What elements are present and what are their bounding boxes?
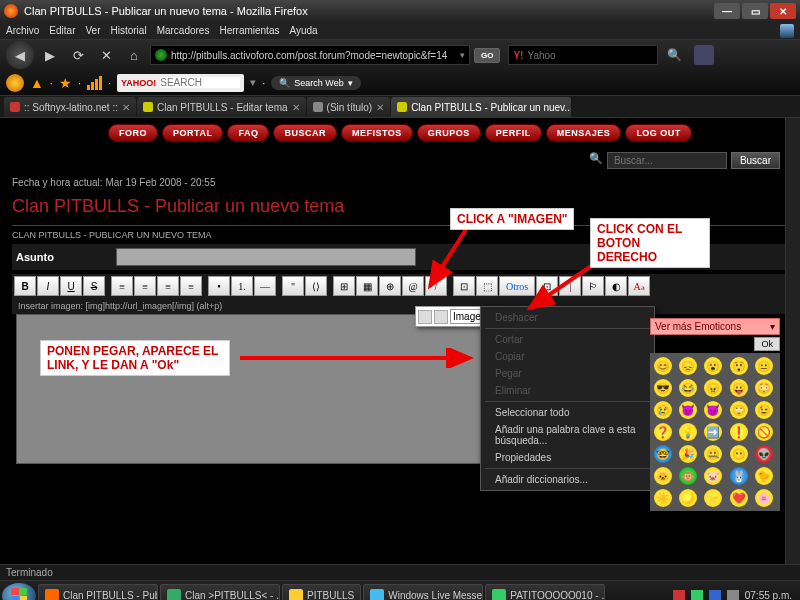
emo-sun[interactable]: ☀️ (654, 489, 672, 507)
forward-button[interactable]: ▶ (38, 43, 62, 67)
emo-moon[interactable]: 🌙 (679, 489, 697, 507)
close-icon[interactable]: ✕ (376, 102, 384, 113)
ext3-button[interactable]: ◐ (605, 276, 627, 296)
emo-lol[interactable]: 😂 (679, 379, 697, 397)
go-button[interactable]: GO (474, 48, 500, 63)
emo-twisted[interactable]: 👿 (704, 401, 722, 419)
tray-icon[interactable] (691, 590, 703, 601)
emo-q[interactable]: ❓ (654, 423, 672, 441)
image-button[interactable]: ▦ (356, 276, 378, 296)
emo-geek[interactable]: 🤓 (654, 445, 672, 463)
link-button[interactable]: ⊕ (379, 276, 401, 296)
tab-sintitulo[interactable]: (Sin título)✕ (307, 97, 391, 117)
popup-icon1[interactable] (418, 310, 432, 324)
home-button[interactable]: ⌂ (122, 43, 146, 67)
nav-mefistos[interactable]: Mefistos (341, 124, 413, 142)
ctx-copiar[interactable]: Copiar (481, 348, 654, 365)
start-button[interactable] (2, 583, 36, 601)
nav-perfil[interactable]: Perfil (485, 124, 542, 142)
emo-cheer[interactable]: 🎉 (679, 445, 697, 463)
nav-grupos[interactable]: Grupos (417, 124, 481, 142)
star-icon[interactable]: ★ (59, 75, 72, 91)
emo-smile[interactable]: 😊 (654, 357, 672, 375)
emo-cry[interactable]: 😢 (654, 401, 672, 419)
ctx-deshacer[interactable]: Deshacer (481, 309, 654, 326)
emo-alien[interactable]: 👽 (755, 445, 773, 463)
close-button[interactable]: ✕ (770, 3, 796, 19)
emo-arrow[interactable]: ➡️ (704, 423, 722, 441)
yahoo-search-input[interactable] (160, 77, 240, 88)
search-bar[interactable]: Y! (508, 45, 658, 65)
nav-foro[interactable]: Foro (108, 124, 158, 142)
ctx-eliminar[interactable]: Eliminar (481, 382, 654, 399)
tab-publicar[interactable]: Clan PITBULLS - Publicar un nuev...✕ (391, 97, 571, 117)
box-button[interactable]: ⊡ (453, 276, 475, 296)
quote-button[interactable]: " (282, 276, 304, 296)
url-input[interactable] (171, 50, 456, 61)
emo-wink[interactable]: 😉 (755, 401, 773, 419)
ctx-seleccionar[interactable]: Seleccionar todo (481, 404, 654, 421)
up-arrow-icon[interactable]: ▲ (30, 75, 44, 91)
ext2-button[interactable]: | (559, 276, 581, 296)
emo-cool[interactable]: 😎 (654, 379, 672, 397)
taskbar-item[interactable]: PATITOOOOO010 - ... (485, 584, 605, 601)
bold-button[interactable]: B (14, 276, 36, 296)
align-right-button[interactable]: ≡ (157, 276, 179, 296)
ctx-diccionarios[interactable]: Añadir diccionarios... (481, 471, 654, 488)
ctx-propiedades[interactable]: Propiedades (481, 449, 654, 466)
emo-monkey[interactable]: 🐵 (679, 467, 697, 485)
table-button[interactable]: ⊞ (333, 276, 355, 296)
align-left-button[interactable]: ≡ (111, 276, 133, 296)
align-center-button[interactable]: ≡ (134, 276, 156, 296)
tray-icon[interactable] (673, 590, 685, 601)
popup-icon2[interactable] (434, 310, 448, 324)
flag-button[interactable]: 🏳 (582, 276, 604, 296)
back-button[interactable]: ◀ (6, 41, 34, 69)
yahoo-search-box[interactable]: YAHOO! (117, 74, 244, 92)
emo-excl[interactable]: ❗ (730, 423, 748, 441)
ctx-cortar[interactable]: Cortar (481, 331, 654, 348)
maximize-button[interactable]: ▭ (742, 3, 768, 19)
tray-icon[interactable] (727, 590, 739, 601)
search-icon[interactable]: 🔍 (662, 43, 686, 67)
emo-sad[interactable]: 😞 (679, 357, 697, 375)
menu-archivo[interactable]: Archivo (6, 25, 39, 36)
menu-editar[interactable]: Editar (49, 25, 75, 36)
user-icon[interactable] (694, 45, 714, 65)
nav-buscar[interactable]: Buscar (273, 124, 337, 142)
m-icon[interactable] (6, 74, 24, 92)
tab-softnyx[interactable]: :: Softnyx-latino.net ::✕ (4, 97, 136, 117)
emo-idea[interactable]: 💡 (679, 423, 697, 441)
url-bar[interactable]: ▾ (150, 45, 470, 65)
hr-button[interactable]: — (254, 276, 276, 296)
nav-logout[interactable]: Log Out (625, 124, 692, 142)
search-web-button[interactable]: 🔍Search Web▾ (271, 76, 360, 90)
forum-search-input[interactable] (607, 152, 727, 169)
menu-herramientas[interactable]: Herramientas (219, 25, 279, 36)
menu-marcadores[interactable]: Marcadores (157, 25, 210, 36)
close-icon[interactable]: ✕ (292, 102, 300, 113)
box2-button[interactable]: ⬚ (476, 276, 498, 296)
emoticons-ok-button[interactable]: Ok (754, 337, 780, 351)
subject-input[interactable] (116, 248, 416, 266)
list-ul-button[interactable]: • (208, 276, 230, 296)
emo-neutral[interactable]: 😐 (755, 357, 773, 375)
otros-button[interactable]: Otros (499, 276, 535, 296)
menu-ver[interactable]: Ver (85, 25, 100, 36)
minimize-button[interactable]: — (714, 3, 740, 19)
menu-historial[interactable]: Historial (111, 25, 147, 36)
strike-button[interactable]: S (83, 276, 105, 296)
slash-button[interactable]: / (425, 276, 447, 296)
emo-surprised[interactable]: 😮 (704, 357, 722, 375)
emo-pale[interactable]: 😶 (730, 445, 748, 463)
emo-oops[interactable]: 😳 (755, 379, 773, 397)
emo-rabbit[interactable]: 🐰 (730, 467, 748, 485)
code-button[interactable]: ⟨⟩ (305, 276, 327, 296)
emo-evil[interactable]: 😈 (679, 401, 697, 419)
emo-chick[interactable]: 🐤 (755, 467, 773, 485)
underline-button[interactable]: U (60, 276, 82, 296)
menu-ayuda[interactable]: Ayuda (289, 25, 317, 36)
stop-button[interactable]: ✕ (94, 43, 118, 67)
nav-faq[interactable]: FAQ (227, 124, 269, 142)
emo-cat[interactable]: 🐱 (654, 467, 672, 485)
